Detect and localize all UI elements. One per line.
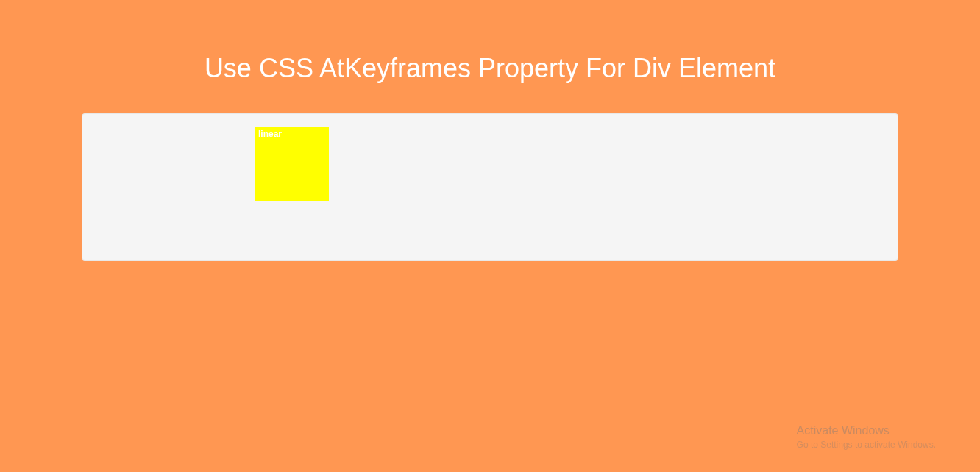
watermark-subtitle: Go to Settings to activate Windows. <box>797 439 936 451</box>
page-title: Use CSS AtKeyframes Property For Div Ele… <box>0 0 980 113</box>
watermark-title: Activate Windows <box>797 423 936 439</box>
windows-watermark: Activate Windows Go to Settings to activ… <box>797 423 936 451</box>
animated-box: linear <box>255 127 329 201</box>
demo-container: linear <box>82 113 898 261</box>
